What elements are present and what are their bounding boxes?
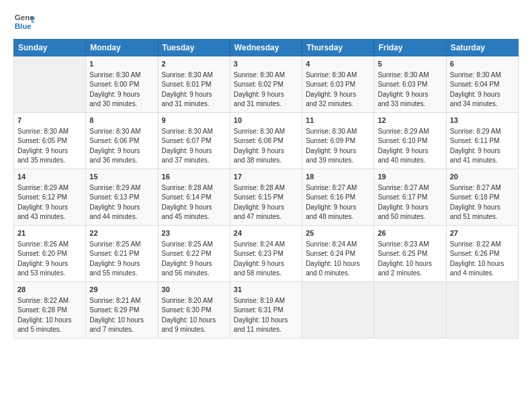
day-info-line: Daylight: 9 hours [162, 259, 226, 269]
day-info-line: Sunrise: 8:25 AM [162, 240, 226, 250]
day-number: 13 [450, 116, 515, 126]
day-number: 4 [306, 59, 370, 70]
weekday-header: Sunday [14, 40, 86, 56]
day-info-line: and 33 minutes. [378, 99, 442, 109]
day-info-line: Sunrise: 8:30 AM [306, 71, 370, 81]
day-info-line: Sunrise: 8:30 AM [234, 127, 298, 137]
day-number: 6 [450, 59, 515, 70]
day-info-line: and 32 minutes. [306, 99, 370, 109]
day-info-line: Sunset: 6:03 PM [378, 80, 442, 90]
calendar-cell: 26Sunrise: 8:23 AMSunset: 6:25 PMDayligh… [374, 225, 446, 281]
day-info-line: and 40 minutes. [378, 156, 442, 166]
calendar-cell: 18Sunrise: 8:27 AMSunset: 6:16 PMDayligh… [302, 169, 374, 225]
day-info-line: Sunset: 6:24 PM [306, 249, 370, 259]
calendar-week-row: 21Sunrise: 8:26 AMSunset: 6:20 PMDayligh… [14, 225, 519, 281]
day-info-line: Sunrise: 8:22 AM [17, 296, 82, 306]
day-number: 10 [234, 116, 298, 126]
calendar-week-row: 28Sunrise: 8:22 AMSunset: 6:28 PMDayligh… [14, 281, 519, 338]
day-number: 15 [89, 172, 154, 183]
weekday-header: Friday [374, 40, 446, 56]
day-info-line: Daylight: 9 hours [17, 259, 82, 269]
day-info-line: Daylight: 9 hours [162, 146, 226, 156]
day-info-line: Sunset: 6:08 PM [234, 136, 298, 146]
day-info-line: Daylight: 9 hours [234, 146, 298, 156]
day-number: 28 [17, 285, 82, 295]
calendar-cell: 28Sunrise: 8:22 AMSunset: 6:28 PMDayligh… [14, 281, 86, 338]
day-info-line: and 48 minutes. [306, 212, 370, 222]
weekday-header: Saturday [446, 40, 518, 56]
day-info-line: Daylight: 9 hours [450, 203, 515, 213]
day-number: 27 [450, 228, 515, 239]
day-info-line: Daylight: 9 hours [378, 146, 442, 156]
day-number: 14 [17, 172, 82, 183]
calendar-cell: 30Sunrise: 8:20 AMSunset: 6:30 PMDayligh… [158, 281, 230, 338]
day-info-line: Daylight: 9 hours [306, 146, 370, 156]
calendar-table: SundayMondayTuesdayWednesdayThursdayFrid… [13, 39, 519, 338]
day-number: 17 [234, 172, 298, 183]
calendar-cell: 7Sunrise: 8:30 AMSunset: 6:05 PMDaylight… [14, 112, 86, 169]
weekday-header: Wednesday [230, 40, 302, 56]
day-info-line: and 58 minutes. [234, 269, 298, 279]
weekday-header: Monday [86, 40, 158, 56]
day-number: 20 [450, 172, 515, 183]
day-info-line: and 45 minutes. [162, 212, 226, 222]
day-info-line: and 55 minutes. [89, 269, 154, 279]
day-info-line: and 47 minutes. [234, 212, 298, 222]
logo-icon: General Blue [13, 11, 35, 32]
day-info-line: Daylight: 9 hours [162, 203, 226, 213]
day-number: 12 [378, 116, 442, 126]
day-info-line: Sunset: 6:10 PM [378, 136, 442, 146]
day-info-line: Sunrise: 8:30 AM [378, 71, 442, 81]
calendar-cell: 3Sunrise: 8:30 AMSunset: 6:02 PMDaylight… [230, 56, 302, 113]
day-info-line: Daylight: 9 hours [17, 146, 82, 156]
day-info-line: and 7 minutes. [89, 325, 154, 335]
calendar-cell: 12Sunrise: 8:29 AMSunset: 6:10 PMDayligh… [374, 112, 446, 169]
day-info-line: Daylight: 10 hours [306, 259, 370, 269]
calendar-cell: 16Sunrise: 8:28 AMSunset: 6:14 PMDayligh… [158, 169, 230, 225]
day-info-line: Daylight: 9 hours [89, 259, 154, 269]
day-info-line: Sunrise: 8:29 AM [378, 127, 442, 137]
day-info-line: Sunset: 6:18 PM [450, 193, 515, 203]
calendar-cell [302, 281, 374, 338]
logo: General Blue [13, 11, 35, 32]
calendar-cell: 8Sunrise: 8:30 AMSunset: 6:06 PMDaylight… [86, 112, 158, 169]
calendar-cell: 19Sunrise: 8:27 AMSunset: 6:17 PMDayligh… [374, 169, 446, 225]
day-info-line: Daylight: 9 hours [306, 203, 370, 213]
day-info-line: Daylight: 9 hours [17, 203, 82, 213]
day-info-line: Sunset: 6:28 PM [17, 306, 82, 316]
day-number: 9 [162, 116, 226, 126]
day-number: 29 [89, 285, 154, 295]
day-number: 7 [17, 116, 82, 126]
calendar-cell: 21Sunrise: 8:26 AMSunset: 6:20 PMDayligh… [14, 225, 86, 281]
day-info-line: and 2 minutes. [378, 269, 442, 279]
header: General Blue [13, 11, 519, 32]
day-info-line: Sunset: 6:26 PM [450, 249, 515, 259]
day-info-line: Daylight: 9 hours [89, 90, 154, 100]
day-info-line: and 43 minutes. [17, 212, 82, 222]
day-info-line: Sunrise: 8:23 AM [378, 240, 442, 250]
day-info-line: Sunrise: 8:29 AM [89, 183, 154, 193]
day-info-line: Sunrise: 8:29 AM [17, 183, 82, 193]
day-info-line: and 36 minutes. [89, 156, 154, 166]
day-number: 22 [89, 228, 154, 239]
day-info-line: Sunset: 6:16 PM [306, 193, 370, 203]
day-info-line: Sunset: 6:30 PM [162, 306, 226, 316]
day-info-line: and 56 minutes. [162, 269, 226, 279]
day-number: 25 [306, 228, 370, 239]
day-info-line: Sunset: 6:31 PM [234, 306, 298, 316]
calendar-cell: 23Sunrise: 8:25 AMSunset: 6:22 PMDayligh… [158, 225, 230, 281]
day-info-line: and 4 minutes. [450, 269, 515, 279]
day-info-line: Sunset: 6:07 PM [162, 136, 226, 146]
day-info-line: Sunrise: 8:26 AM [17, 240, 82, 250]
day-number: 18 [306, 172, 370, 183]
day-info-line: Sunset: 6:14 PM [162, 193, 226, 203]
svg-text:Blue: Blue [15, 22, 32, 30]
day-info-line: Sunset: 6:01 PM [162, 80, 226, 90]
calendar-cell: 1Sunrise: 8:30 AMSunset: 6:00 PMDaylight… [86, 56, 158, 113]
day-info-line: Sunrise: 8:27 AM [378, 183, 442, 193]
day-number: 3 [234, 59, 298, 70]
day-info-line: and 51 minutes. [450, 212, 515, 222]
day-info-line: Daylight: 9 hours [234, 259, 298, 269]
day-info-line: and 50 minutes. [378, 212, 442, 222]
calendar-cell [446, 281, 518, 338]
